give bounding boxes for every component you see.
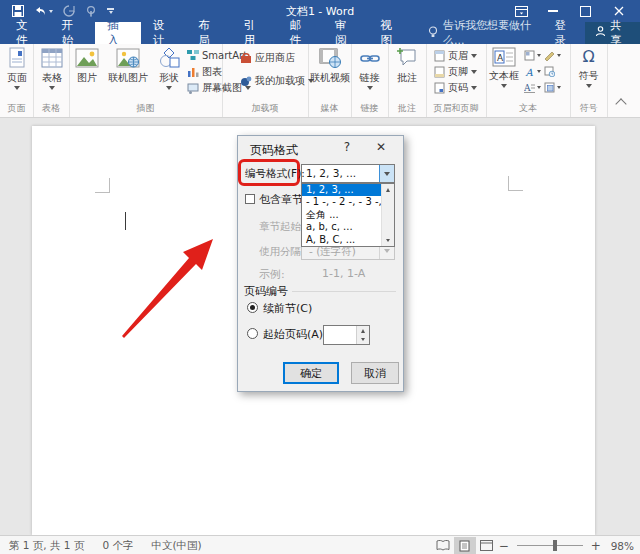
drop-cap-button[interactable]: A bbox=[524, 82, 541, 93]
scroll-up-icon[interactable] bbox=[382, 184, 394, 195]
page-info[interactable]: 第 1 页, 共 1 页 bbox=[0, 539, 93, 553]
link-button[interactable]: 链接 bbox=[356, 47, 383, 90]
chevron-down-icon bbox=[384, 249, 390, 253]
print-layout-icon[interactable] bbox=[454, 537, 476, 554]
tab-view[interactable]: 视图 bbox=[369, 22, 415, 44]
drop-cap-icon: A bbox=[524, 82, 535, 93]
dialog-close-button[interactable]: ✕ bbox=[370, 140, 392, 154]
share-button[interactable]: 共享 bbox=[585, 22, 640, 44]
include-chapter-checkbox[interactable] bbox=[245, 194, 255, 204]
scroll-down-icon[interactable] bbox=[382, 235, 394, 246]
comment-button[interactable]: 批注 bbox=[394, 47, 420, 85]
chevron-down-icon bbox=[384, 172, 390, 176]
start-at-spinner[interactable] bbox=[323, 325, 370, 345]
dropdown-caret-icon bbox=[557, 54, 561, 57]
dropdown-caret-icon bbox=[471, 86, 477, 90]
quick-parts-icon bbox=[524, 50, 535, 61]
read-mode-icon[interactable] bbox=[432, 537, 454, 554]
dropdown-scrollbar[interactable] bbox=[381, 184, 394, 246]
tell-me-box[interactable]: 告诉我您想要做什么... bbox=[428, 22, 545, 44]
tab-references[interactable]: 引用 bbox=[232, 22, 278, 44]
chart-icon bbox=[187, 66, 199, 78]
tab-review[interactable]: 审阅 bbox=[323, 22, 369, 44]
dropdown-option[interactable]: 全角 ... bbox=[302, 209, 382, 221]
omega-icon: Ω bbox=[582, 47, 594, 67]
dropdown-caret-icon bbox=[367, 86, 373, 90]
dropdown-option[interactable]: a, b, c, ... bbox=[302, 221, 382, 233]
date-time-button[interactable] bbox=[544, 66, 555, 77]
pictures-button[interactable]: 图片 bbox=[74, 47, 100, 85]
ribbon-tab-row: 文件 开始 插入 设计 布局 引用 邮件 审阅 视图 告诉我您想要做什么... … bbox=[0, 22, 640, 44]
page-number-button[interactable]: 页码 bbox=[434, 81, 477, 95]
cancel-button[interactable]: 取消 bbox=[351, 362, 399, 384]
shapes-button[interactable]: 形状 bbox=[155, 47, 183, 90]
zoom-slider-thumb[interactable] bbox=[553, 540, 557, 551]
chart-button[interactable]: 图表 bbox=[187, 65, 222, 79]
web-layout-icon[interactable] bbox=[476, 537, 498, 554]
header-button[interactable]: 页眉 bbox=[434, 49, 477, 63]
group-label-media: 媒体 bbox=[308, 102, 351, 115]
group-divider bbox=[292, 291, 396, 292]
footer-button[interactable]: 页脚 bbox=[434, 65, 477, 79]
word-count[interactable]: 0 个字 bbox=[93, 539, 142, 553]
collapse-ribbon-icon[interactable] bbox=[617, 100, 625, 108]
dropdown-option[interactable]: A, B, C, ... bbox=[302, 234, 382, 246]
tab-home[interactable]: 开始 bbox=[50, 22, 96, 44]
continue-radio[interactable] bbox=[247, 302, 258, 313]
zoom-slider[interactable] bbox=[517, 545, 583, 546]
number-format-combobox[interactable]: 1, 2, 3, ... bbox=[301, 164, 395, 183]
zoom-out-button[interactable]: − bbox=[498, 539, 510, 553]
dropdown-caret-icon bbox=[471, 54, 477, 58]
example-value: 1-1, 1-A bbox=[322, 267, 365, 280]
undo-icon[interactable] bbox=[34, 6, 53, 17]
table-button[interactable]: 表格 bbox=[38, 47, 66, 90]
spin-up-icon[interactable] bbox=[357, 326, 369, 335]
dropdown-caret-icon bbox=[49, 86, 55, 90]
my-addins-button[interactable]: 我的加载项 bbox=[240, 74, 314, 88]
language-indicator[interactable]: 中文(中国) bbox=[142, 539, 210, 553]
page-number-icon bbox=[434, 82, 445, 94]
redo-icon[interactable] bbox=[63, 5, 75, 17]
pages-button[interactable]: 页面 bbox=[4, 47, 30, 90]
dropdown-caret-icon bbox=[557, 86, 561, 89]
tab-layout[interactable]: 布局 bbox=[186, 22, 232, 44]
signature-line-button[interactable] bbox=[544, 50, 561, 61]
spin-down-icon[interactable] bbox=[357, 335, 369, 344]
screenshot-icon bbox=[187, 82, 199, 94]
store-button[interactable]: 应用商店 bbox=[240, 51, 295, 65]
quick-parts-button[interactable] bbox=[524, 50, 541, 61]
group-label-addins: 加载项 bbox=[222, 102, 308, 115]
dropdown-option[interactable]: - 1 -, - 2 -, - 3 -, ... bbox=[302, 196, 382, 208]
margin-mark-top-right bbox=[508, 176, 523, 191]
start-at-radio[interactable] bbox=[247, 328, 258, 339]
save-icon[interactable] bbox=[12, 5, 24, 17]
online-video-button[interactable]: 联机视频 bbox=[309, 47, 351, 85]
combo-arrow-button[interactable] bbox=[379, 165, 394, 182]
group-label-links: 链接 bbox=[351, 102, 388, 115]
number-format-label: 编号格式(F): bbox=[245, 167, 305, 181]
online-pictures-button[interactable]: 联机图片 bbox=[105, 47, 151, 85]
customize-qat-icon[interactable] bbox=[107, 8, 114, 13]
touch-mode-icon[interactable] bbox=[85, 5, 97, 17]
page-icon bbox=[7, 47, 27, 69]
online-picture-icon bbox=[116, 47, 140, 69]
svg-text:A: A bbox=[524, 83, 531, 93]
svg-text:A: A bbox=[525, 67, 534, 78]
tab-insert[interactable]: 插入 bbox=[95, 22, 141, 44]
textbox-button[interactable]: A 文本框 bbox=[489, 47, 519, 88]
group-label-table: 表格 bbox=[33, 102, 69, 115]
signature-icon bbox=[544, 50, 555, 61]
link-icon bbox=[359, 47, 381, 69]
zoom-in-button[interactable]: + bbox=[590, 539, 602, 553]
tab-design[interactable]: 设计 bbox=[141, 22, 187, 44]
wordart-button[interactable]: A bbox=[524, 66, 541, 77]
object-button[interactable] bbox=[544, 82, 561, 93]
ok-button[interactable]: 确定 bbox=[283, 362, 339, 384]
dialog-help-button[interactable]: ? bbox=[336, 140, 358, 154]
symbol-button[interactable]: Ω 符号 bbox=[575, 47, 602, 88]
tab-mailings[interactable]: 邮件 bbox=[277, 22, 323, 44]
sign-in-button[interactable]: 登录 bbox=[545, 22, 586, 44]
tab-file[interactable]: 文件 bbox=[4, 22, 50, 44]
zoom-level[interactable]: 98% bbox=[602, 540, 640, 552]
dropdown-option[interactable]: 1, 2, 3, ... bbox=[302, 184, 382, 196]
